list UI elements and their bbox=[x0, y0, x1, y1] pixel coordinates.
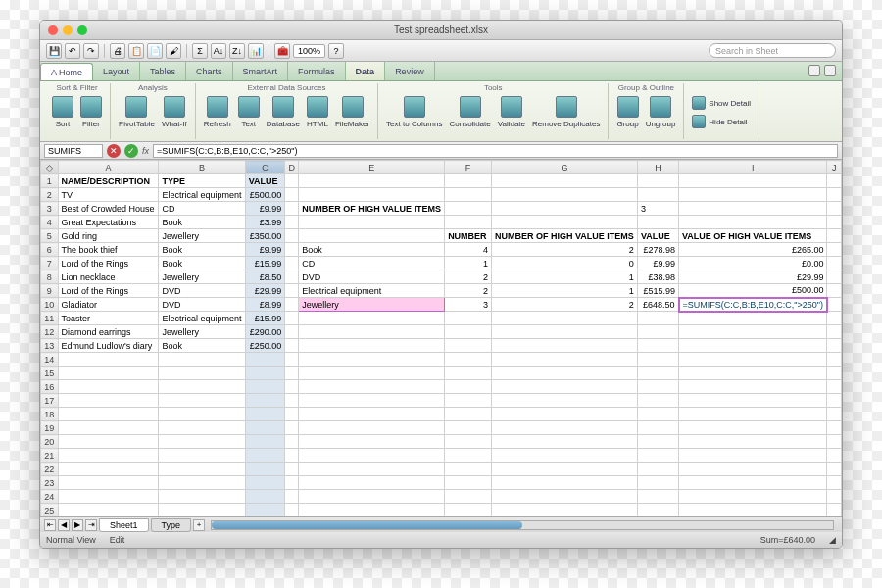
col-header-A[interactable]: A bbox=[58, 161, 159, 174]
col-header-C[interactable]: C bbox=[245, 161, 285, 174]
prev-sheet-button[interactable]: ◀ bbox=[58, 519, 70, 531]
cell-B23[interactable] bbox=[159, 476, 245, 490]
cell-B9[interactable]: DVD bbox=[159, 284, 245, 298]
cell-H13[interactable] bbox=[637, 339, 678, 353]
col-header-J[interactable]: J bbox=[827, 161, 842, 174]
cell-B5[interactable]: Jewellery bbox=[159, 229, 245, 243]
cell-E22[interactable] bbox=[299, 463, 445, 476]
tab-data[interactable]: Data bbox=[346, 62, 386, 80]
row-header-7[interactable]: 7 bbox=[41, 257, 59, 270]
show-detail-button[interactable]: Show Detail bbox=[690, 94, 753, 112]
zoom-icon[interactable] bbox=[77, 25, 87, 35]
cell-G24[interactable] bbox=[492, 490, 638, 504]
select-all[interactable]: ◇ bbox=[41, 161, 59, 174]
cell-D6[interactable] bbox=[285, 243, 299, 257]
tab-review[interactable]: Review bbox=[385, 62, 435, 80]
cell-J10[interactable] bbox=[827, 298, 842, 312]
row-header-23[interactable]: 23 bbox=[41, 476, 59, 490]
cell-J2[interactable] bbox=[827, 188, 842, 202]
cell-J15[interactable] bbox=[827, 367, 842, 380]
cell-F18[interactable] bbox=[445, 408, 492, 421]
cell-B7[interactable]: Book bbox=[159, 257, 245, 270]
cell-C25[interactable] bbox=[245, 504, 285, 517]
cell-J17[interactable] bbox=[827, 394, 842, 408]
cell-E23[interactable] bbox=[299, 476, 445, 490]
cell-A19[interactable] bbox=[58, 421, 159, 435]
cell-G14[interactable] bbox=[492, 353, 638, 367]
filter-button[interactable]: Filter bbox=[78, 94, 104, 130]
cell-C7[interactable]: £15.99 bbox=[245, 257, 285, 270]
toolbox-button[interactable]: 🧰 bbox=[274, 43, 290, 59]
cell-G23[interactable] bbox=[492, 476, 638, 490]
row-header-12[interactable]: 12 bbox=[41, 325, 59, 339]
cell-G12[interactable] bbox=[492, 325, 638, 339]
row-header-9[interactable]: 9 bbox=[41, 284, 59, 298]
cell-E16[interactable] bbox=[299, 380, 445, 394]
cell-A8[interactable]: Lion necklace bbox=[58, 270, 159, 284]
cell-C19[interactable] bbox=[245, 421, 285, 435]
cell-B14[interactable] bbox=[159, 353, 245, 367]
cell-B21[interactable] bbox=[159, 449, 245, 463]
cell-I16[interactable] bbox=[679, 380, 827, 394]
cell-E10[interactable]: Jewellery bbox=[299, 298, 445, 312]
cell-E6[interactable]: Book bbox=[299, 243, 445, 257]
tab-home[interactable]: A Home bbox=[40, 63, 93, 80]
cell-D7[interactable] bbox=[285, 257, 299, 270]
tab-smartart[interactable]: SmartArt bbox=[233, 62, 289, 80]
cell-B3[interactable]: CD bbox=[159, 202, 245, 216]
refresh-button[interactable]: Refresh bbox=[202, 94, 233, 130]
text-button[interactable]: Text bbox=[236, 94, 262, 130]
cell-J6[interactable] bbox=[827, 243, 842, 257]
cell-G1[interactable] bbox=[492, 174, 638, 188]
cell-C2[interactable]: £500.00 bbox=[245, 188, 285, 202]
cell-I4[interactable] bbox=[679, 216, 827, 229]
cell-C10[interactable]: £8.99 bbox=[245, 298, 285, 312]
cell-B16[interactable] bbox=[159, 380, 245, 394]
cell-B18[interactable] bbox=[159, 408, 245, 421]
cell-J9[interactable] bbox=[827, 284, 842, 298]
cell-I2[interactable] bbox=[679, 188, 827, 202]
cell-B1[interactable]: TYPE bbox=[159, 174, 245, 188]
cell-E20[interactable] bbox=[299, 435, 445, 449]
cell-G9[interactable]: 1 bbox=[492, 284, 638, 298]
cell-C15[interactable] bbox=[245, 367, 285, 380]
cell-B4[interactable]: Book bbox=[159, 216, 245, 229]
paste-button[interactable]: 📄 bbox=[147, 43, 163, 59]
pivot-button[interactable]: PivotTable bbox=[117, 94, 157, 130]
cell-C12[interactable]: £290.00 bbox=[245, 325, 285, 339]
add-sheet-button[interactable]: + bbox=[193, 519, 205, 531]
cell-C17[interactable] bbox=[245, 394, 285, 408]
cell-A13[interactable]: Edmund Ludlow's diary bbox=[58, 339, 159, 353]
cell-J12[interactable] bbox=[827, 325, 842, 339]
cell-D9[interactable] bbox=[285, 284, 299, 298]
tab-tables[interactable]: Tables bbox=[140, 62, 186, 80]
cell-C3[interactable]: £9.99 bbox=[245, 202, 285, 216]
save-button[interactable]: 💾 bbox=[46, 43, 62, 59]
cell-J7[interactable] bbox=[827, 257, 842, 270]
cell-A4[interactable]: Great Expectations bbox=[58, 216, 159, 229]
cell-D15[interactable] bbox=[285, 367, 299, 380]
col-header-I[interactable]: I bbox=[679, 161, 827, 174]
cell-C18[interactable] bbox=[245, 408, 285, 421]
cell-H23[interactable] bbox=[637, 476, 678, 490]
row-header-22[interactable]: 22 bbox=[41, 463, 59, 476]
cell-D18[interactable] bbox=[285, 408, 299, 421]
cell-I19[interactable] bbox=[679, 421, 827, 435]
html-button[interactable]: HTML bbox=[305, 94, 330, 130]
cell-F4[interactable] bbox=[445, 216, 492, 229]
cell-B22[interactable] bbox=[159, 463, 245, 476]
accept-formula-button[interactable]: ✓ bbox=[124, 144, 138, 158]
cell-H14[interactable] bbox=[637, 353, 678, 367]
cell-H17[interactable] bbox=[637, 394, 678, 408]
cell-F1[interactable] bbox=[445, 174, 492, 188]
cell-I23[interactable] bbox=[679, 476, 827, 490]
cell-D2[interactable] bbox=[285, 188, 299, 202]
row-header-21[interactable]: 21 bbox=[41, 449, 59, 463]
group-button[interactable]: Group bbox=[614, 94, 640, 130]
row-header-8[interactable]: 8 bbox=[41, 270, 59, 284]
cell-F3[interactable] bbox=[445, 202, 492, 216]
cell-F5[interactable]: NUMBER bbox=[445, 229, 492, 243]
cell-I1[interactable] bbox=[679, 174, 827, 188]
cell-G11[interactable] bbox=[492, 312, 638, 325]
cell-H9[interactable]: £515.99 bbox=[637, 284, 678, 298]
